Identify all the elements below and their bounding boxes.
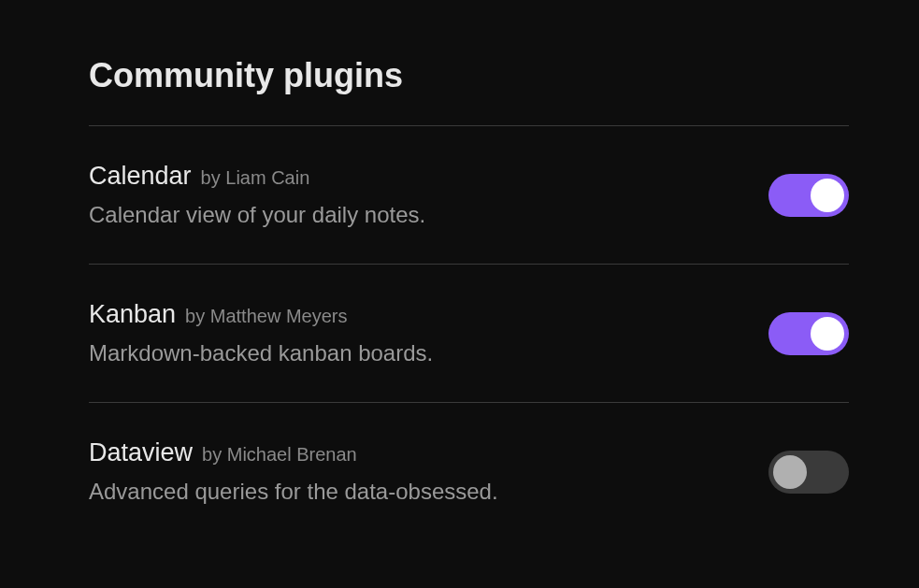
plugin-info: Calendar by Liam Cain Calendar view of y…	[89, 162, 768, 228]
plugin-info: Dataview by Michael Brenan Advanced quer…	[89, 438, 768, 505]
toggle-knob	[773, 455, 807, 489]
page-title: Community plugins	[89, 56, 849, 95]
plugin-header: Dataview by Michael Brenan	[89, 438, 768, 467]
plugin-name: Kanban	[89, 300, 176, 329]
plugin-author: by Matthew Meyers	[185, 306, 347, 327]
plugin-name: Dataview	[89, 438, 193, 467]
plugin-description: Calendar view of your daily notes.	[89, 202, 768, 228]
plugin-info: Kanban by Matthew Meyers Markdown-backed…	[89, 300, 768, 366]
plugin-description: Advanced queries for the data-obsessed.	[89, 479, 768, 505]
toggle-dataview[interactable]	[768, 451, 849, 494]
toggle-knob	[811, 179, 844, 212]
plugin-header: Calendar by Liam Cain	[89, 162, 768, 191]
plugin-header: Kanban by Matthew Meyers	[89, 300, 768, 329]
plugin-author: by Liam Cain	[201, 167, 310, 189]
toggle-knob	[811, 317, 844, 351]
plugin-description: Markdown-backed kanban boards.	[89, 340, 768, 366]
plugin-row-dataview: Dataview by Michael Brenan Advanced quer…	[89, 403, 849, 540]
plugin-row-kanban: Kanban by Matthew Meyers Markdown-backed…	[89, 265, 849, 402]
plugin-name: Calendar	[89, 162, 192, 191]
toggle-calendar[interactable]	[768, 174, 849, 217]
toggle-kanban[interactable]	[768, 312, 849, 355]
plugin-row-calendar: Calendar by Liam Cain Calendar view of y…	[89, 126, 849, 264]
plugin-author: by Michael Brenan	[202, 444, 357, 466]
